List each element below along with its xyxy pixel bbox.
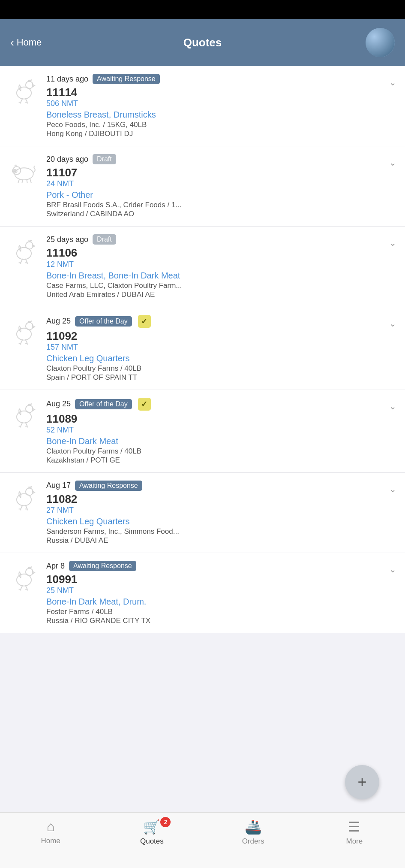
quote-number: 11107 <box>46 166 386 179</box>
quote-nmt: 25 NMT <box>46 586 386 595</box>
svg-marker-2 <box>32 85 34 87</box>
quote-content: 20 days agoDraft1110724 NMTPork - OtherB… <box>46 154 386 218</box>
quote-product: Bone-In Breast, Bone-In Dark Meat <box>46 271 386 281</box>
list-item[interactable]: Apr 8Awaiting Response1099125 NMTBone-In… <box>0 553 405 633</box>
quote-number: 11114 <box>46 86 386 99</box>
quote-product: Chicken Leg Quarters <box>46 354 386 363</box>
nav-item-orders[interactable]: 🚢 Orders <box>223 819 283 846</box>
quote-product: Bone-In Dark Meat, Drum. <box>46 597 386 607</box>
chevron-down-icon: ⌄ <box>389 315 396 329</box>
chevron-left-icon: ‹ <box>10 37 14 48</box>
quote-number: 11092 <box>46 330 386 343</box>
svg-line-14 <box>18 179 19 183</box>
svg-point-55 <box>26 569 33 576</box>
svg-point-13 <box>15 171 16 172</box>
app-header: ‹ Home Quotes <box>0 19 405 66</box>
quote-product: Pork - Other <box>46 190 386 200</box>
svg-point-19 <box>26 242 33 249</box>
nav-label-quotes: Quotes <box>140 837 164 846</box>
quote-meta: 11 days agoAwaiting Response <box>46 74 386 84</box>
quote-date: Aug 25 <box>46 399 71 408</box>
list-item[interactable]: 20 days agoDraft1110724 NMTPork - OtherB… <box>0 146 405 227</box>
quote-destination: Switzerland / CABINDA AO <box>46 210 386 218</box>
chevron-down-icon: ⌄ <box>389 561 396 575</box>
bottom-navigation: ⌂ Home 🛒 2 Quotes 🚢 Orders ☰ More <box>0 812 405 868</box>
quote-number: 11106 <box>46 246 386 260</box>
quote-number: 11082 <box>46 493 386 506</box>
quote-content: Aug 25Offer of the Day11092157 NMTChicke… <box>46 315 386 382</box>
chicken-icon <box>9 317 39 348</box>
quote-nmt: 24 NMT <box>46 179 386 188</box>
quote-content: Aug 25Offer of the Day1108952 NMTBone-In… <box>46 398 386 465</box>
back-label: Home <box>17 37 42 48</box>
quote-supplier: Foster Farms / 40LB <box>46 608 386 616</box>
quote-date: 25 days ago <box>46 235 88 244</box>
nav-label-home: Home <box>41 837 60 845</box>
quote-supplier: Case Farms, LLC, Claxton Poultry Farm... <box>46 281 386 290</box>
nav-item-quotes[interactable]: 🛒 2 Quotes <box>122 819 182 846</box>
home-icon: ⌂ <box>46 819 54 835</box>
quote-number: 11089 <box>46 412 386 426</box>
svg-line-17 <box>30 179 31 183</box>
quote-meta: 25 days agoDraft <box>46 234 386 245</box>
svg-point-12 <box>14 171 15 172</box>
chevron-down-icon: ⌄ <box>389 234 396 248</box>
quote-meta: Aug 25Offer of the Day <box>46 315 386 328</box>
chicken-icon <box>9 482 39 513</box>
list-item[interactable]: 11 days agoAwaiting Response11114506 NMT… <box>0 66 405 146</box>
status-bar <box>0 0 405 19</box>
offer-check-icon <box>138 315 151 328</box>
quote-destination: Spain / PORT OF SPAIN TT <box>46 373 386 382</box>
menu-icon: ☰ <box>348 819 360 835</box>
quote-date: 11 days ago <box>46 75 88 84</box>
quote-destination: Russia / RIO GRANDE CITY TX <box>46 617 386 625</box>
quote-nmt: 506 NMT <box>46 99 386 108</box>
quote-product: Bone-In Dark Meat <box>46 436 386 446</box>
quote-date: Apr 8 <box>46 562 65 571</box>
quote-content: 25 days agoDraft1110612 NMTBone-In Breas… <box>46 234 386 299</box>
back-button[interactable]: ‹ Home <box>10 37 42 48</box>
nav-item-more[interactable]: ☰ More <box>324 819 384 846</box>
quote-content: Aug 17Awaiting Response1108227 NMTChicke… <box>46 481 386 545</box>
nav-label-more: More <box>346 837 363 846</box>
list-item[interactable]: Aug 25Offer of the Day1108952 NMTBone-In… <box>0 390 405 473</box>
quote-destination: Hong Kong / DJIBOUTI DJ <box>46 130 386 138</box>
svg-marker-38 <box>32 408 34 411</box>
status-badge: Awaiting Response <box>93 74 160 84</box>
chevron-down-icon: ⌄ <box>389 481 396 494</box>
chicken-icon <box>9 236 39 267</box>
quote-date: Aug 17 <box>46 481 71 490</box>
content-area: 11 days agoAwaiting Response11114506 NMT… <box>0 66 405 719</box>
chicken-icon <box>9 76 39 106</box>
status-badge: Awaiting Response <box>75 481 142 491</box>
svg-marker-29 <box>32 325 34 328</box>
nav-item-home[interactable]: ⌂ Home <box>21 819 81 845</box>
chevron-down-icon: ⌄ <box>389 74 396 88</box>
quote-supplier: Sanderson Farms, Inc., Simmons Food... <box>46 527 386 536</box>
quote-destination: Russia / DUBAI AE <box>46 536 386 545</box>
chicken-icon <box>9 399 39 430</box>
svg-marker-47 <box>32 491 34 493</box>
quote-date: Aug 25 <box>46 317 71 326</box>
quote-destination: United Arab Emirates / DUBAI AE <box>46 290 386 299</box>
quote-supplier: Peco Foods, Inc. / 15KG, 40LB <box>46 121 386 129</box>
list-item[interactable]: 25 days agoDraft1110612 NMTBone-In Breas… <box>0 227 405 307</box>
quote-meta: 20 days agoDraft <box>46 154 386 164</box>
quote-content: 11 days agoAwaiting Response11114506 NMT… <box>46 74 386 138</box>
fab-add-button[interactable]: + <box>345 765 379 799</box>
quote-product: Boneless Breast, Drumsticks <box>46 110 386 120</box>
svg-marker-20 <box>32 245 34 248</box>
avatar[interactable] <box>366 28 395 57</box>
page-title: Quotes <box>183 36 222 49</box>
quotes-badge: 2 <box>160 817 171 827</box>
status-badge: Offer of the Day <box>75 316 132 327</box>
list-item[interactable]: Aug 17Awaiting Response1108227 NMTChicke… <box>0 473 405 553</box>
quote-content: Apr 8Awaiting Response1099125 NMTBone-In… <box>46 561 386 625</box>
quote-supplier: Claxton Poultry Farms / 40LB <box>46 447 386 456</box>
ship-icon: 🚢 <box>245 819 262 835</box>
pig-icon <box>9 156 39 187</box>
list-item[interactable]: Aug 25Offer of the Day11092157 NMTChicke… <box>0 307 405 390</box>
status-badge: Draft <box>93 154 116 164</box>
quote-nmt: 157 NMT <box>46 343 386 352</box>
quote-supplier: Claxton Poultry Farms / 40LB <box>46 364 386 373</box>
